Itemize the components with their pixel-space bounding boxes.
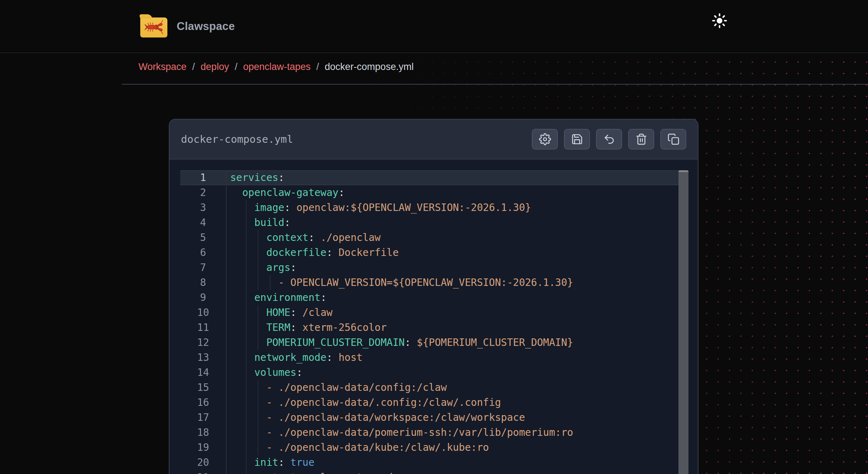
code-line[interactable]: 3 image: openclaw:${OPENCLAW_VERSION:-20… — [180, 200, 687, 215]
code-token — [291, 202, 297, 213]
code-line-text: POMERIUM_CLUSTER_DOMAIN: ${POMERIUM_CLUS… — [227, 335, 573, 350]
line-number: 13 — [180, 350, 227, 365]
indent-guide — [246, 350, 247, 365]
code-token: network_mode — [254, 352, 326, 363]
save-button[interactable] — [564, 129, 590, 150]
code-line-text: - ./openclaw-data/pomerium-ssh:/var/lib/… — [227, 425, 573, 440]
line-number: 9 — [180, 290, 227, 305]
indent-guide — [246, 395, 247, 410]
code-token: - ./openclaw-data/pomerium-ssh:/var/lib/… — [266, 427, 573, 438]
code-line[interactable]: 1services: — [180, 170, 687, 185]
code-line[interactable]: 5 context: ./openclaw — [180, 230, 687, 245]
editor-panel-header: docker-compose.yml — [170, 120, 698, 160]
delete-button[interactable] — [628, 129, 654, 150]
breadcrumb-deploy[interactable]: deploy — [201, 61, 229, 72]
line-number: 11 — [180, 320, 227, 335]
brand-home-link[interactable]: Clawspace — [140, 15, 235, 37]
code-line[interactable]: 14 volumes: — [180, 365, 687, 380]
line-number: 2 — [180, 185, 227, 200]
indent-guide — [258, 320, 258, 335]
breadcrumb-openclaw-tapes[interactable]: openclaw-tapes — [243, 61, 311, 72]
code-line[interactable]: 19 - ./openclaw-data/kube:/claw/.kube:ro — [180, 440, 687, 455]
code-line-text: openclaw-gateway: — [227, 185, 344, 200]
indent-guide — [258, 335, 258, 350]
line-number: 18 — [180, 425, 227, 440]
code-line[interactable]: 20 init: true — [180, 455, 687, 470]
code-token — [333, 247, 339, 258]
scrollbar-thumb[interactable] — [678, 170, 688, 474]
code-line[interactable]: 17 - ./openclaw-data/workspace:/claw/wor… — [180, 410, 687, 425]
code-line[interactable]: 7 args: — [180, 260, 687, 275]
code-token: : — [321, 292, 327, 303]
line-number: 12 — [180, 335, 227, 350]
code-token: true — [291, 457, 314, 468]
code-token — [230, 262, 266, 273]
code-token: openclaw-gateway — [242, 187, 339, 198]
code-area[interactable]: 1services:2 openclaw-gateway:3 image: op… — [180, 170, 687, 474]
code-token — [230, 442, 266, 453]
code-token — [284, 457, 291, 468]
code-token: build — [254, 217, 284, 228]
indent-guide — [246, 440, 247, 455]
code-line[interactable]: 8 - OPENCLAW_VERSION=${OPENCLAW_VERSION:… — [180, 275, 687, 290]
code-token: : — [278, 172, 284, 183]
code-token — [230, 187, 242, 198]
code-line-text: - ./openclaw-data/config:/claw — [227, 380, 447, 395]
line-number: 14 — [180, 365, 227, 380]
editor-panel: docker-compose.yml — [169, 119, 698, 474]
settings-button[interactable] — [532, 129, 558, 150]
code-line[interactable]: 16 - ./openclaw-data/.config:/claw/.conf… — [180, 395, 687, 410]
code-line-text: services: — [227, 170, 284, 185]
code-line[interactable]: 21 restart: unless-stopped — [180, 470, 687, 474]
code-line[interactable]: 6 dockerfile: Dockerfile — [180, 245, 687, 260]
indent-guide — [258, 380, 258, 395]
line-number: 10 — [180, 305, 227, 320]
save-icon — [571, 133, 583, 145]
code-token — [230, 292, 254, 303]
code-token: : — [291, 307, 297, 318]
breadcrumb: Workspace / deploy / openclaw-tapes / do… — [138, 61, 414, 72]
code-token: - ./openclaw-data/kube:/claw/.kube:ro — [266, 442, 489, 453]
code-line-text: image: openclaw:${OPENCLAW_VERSION:-2026… — [227, 200, 531, 215]
editor-file-title: docker-compose.yml — [181, 133, 293, 145]
code-line[interactable]: 12 POMERIUM_CLUSTER_DOMAIN: ${POMERIUM_C… — [180, 335, 687, 350]
code-token: : — [284, 217, 291, 228]
code-token: Dockerfile — [338, 247, 399, 258]
code-token — [230, 472, 254, 474]
code-line[interactable]: 4 build: — [180, 215, 687, 230]
undo-icon — [603, 133, 615, 145]
copy-button[interactable] — [660, 129, 686, 150]
code-token: services — [230, 172, 278, 183]
code-token — [230, 397, 266, 408]
code-line[interactable]: 13 network_mode: host — [180, 350, 687, 365]
code-token — [230, 232, 266, 243]
code-line[interactable]: 10 HOME: /claw — [180, 305, 687, 320]
undo-button[interactable] — [596, 129, 622, 150]
code-line[interactable]: 15 - ./openclaw-data/config:/claw — [180, 380, 687, 395]
code-token — [230, 337, 266, 348]
code-token: - ./openclaw-data/.config:/claw/.config — [266, 397, 501, 408]
code-token — [230, 382, 266, 393]
code-line-text: - ./openclaw-data/.config:/claw/.config — [227, 395, 501, 410]
line-number: 17 — [180, 410, 227, 425]
theme-toggle-button[interactable] — [710, 11, 730, 31]
code-token — [230, 412, 266, 423]
code-line[interactable]: 11 TERM: xterm-256color — [180, 320, 687, 335]
code-line[interactable]: 9 environment: — [180, 290, 687, 305]
breadcrumb-workspace[interactable]: Workspace — [138, 61, 187, 72]
code-token — [230, 427, 266, 438]
code-token: dockerfile — [266, 247, 327, 258]
line-number: 20 — [180, 455, 227, 470]
indent-guide — [246, 215, 247, 230]
code-line-text: environment: — [227, 290, 327, 305]
code-line[interactable]: 18 - ./openclaw-data/pomerium-ssh:/var/l… — [180, 425, 687, 440]
page: Clawspace Workspace / — [0, 0, 868, 474]
code-line[interactable]: 2 openclaw-gateway: — [180, 185, 687, 200]
code-token — [411, 337, 417, 348]
code-line-text: volumes: — [227, 365, 302, 380]
code-token — [230, 307, 266, 318]
indent-guide — [258, 260, 258, 275]
code-token: : — [405, 337, 411, 348]
line-number: 3 — [180, 200, 227, 215]
indent-guide — [246, 305, 247, 320]
